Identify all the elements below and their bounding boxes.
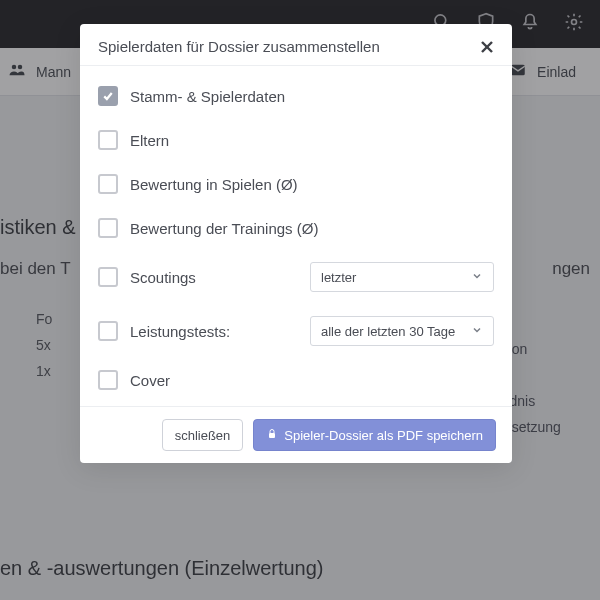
checkbox[interactable]	[98, 218, 118, 238]
option-row: Eltern	[98, 118, 494, 162]
checkbox[interactable]	[98, 370, 118, 390]
modal-footer: schließen Spieler-Dossier als PDF speich…	[80, 406, 512, 463]
option-row: Leistungstests:alle der letzten 30 Tage	[98, 304, 494, 358]
option-row: Bewertung in Spielen (Ø)	[98, 162, 494, 206]
checkbox[interactable]	[98, 86, 118, 106]
svg-rect-8	[269, 433, 275, 438]
checkbox[interactable]	[98, 174, 118, 194]
option-row: Stamm- & Spielerdaten	[98, 74, 494, 118]
select-value: alle der letzten 30 Tage	[321, 324, 455, 339]
option-row: Bewertung der Trainings (Ø)	[98, 206, 494, 250]
chevron-down-icon	[471, 270, 483, 285]
lock-icon	[266, 428, 278, 443]
close-icon[interactable]	[480, 40, 494, 54]
chevron-down-icon	[471, 324, 483, 339]
save-pdf-button[interactable]: Spieler-Dossier als PDF speichern	[253, 419, 496, 451]
select-value: letzter	[321, 270, 356, 285]
option-label: Scoutings	[130, 269, 196, 286]
option-label: Bewertung der Trainings (Ø)	[130, 220, 318, 237]
option-row: Scoutingsletzter	[98, 250, 494, 304]
checkbox[interactable]	[98, 130, 118, 150]
option-label: Cover	[130, 372, 170, 389]
option-label: Bewertung in Spielen (Ø)	[130, 176, 298, 193]
checkbox[interactable]	[98, 267, 118, 287]
modal-header: Spielerdaten für Dossier zusammenstellen	[80, 24, 512, 66]
close-button[interactable]: schließen	[162, 419, 244, 451]
save-pdf-label: Spieler-Dossier als PDF speichern	[284, 428, 483, 443]
option-label: Eltern	[130, 132, 169, 149]
dossier-modal: Spielerdaten für Dossier zusammenstellen…	[80, 24, 512, 463]
option-select[interactable]: alle der letzten 30 Tage	[310, 316, 494, 346]
option-label: Stamm- & Spielerdaten	[130, 88, 285, 105]
option-select[interactable]: letzter	[310, 262, 494, 292]
checkbox[interactable]	[98, 321, 118, 341]
modal-body: Stamm- & SpielerdatenElternBewertung in …	[80, 66, 512, 406]
option-label: Leistungstests:	[130, 323, 230, 340]
option-row: Cover	[98, 358, 494, 402]
modal-title: Spielerdaten für Dossier zusammenstellen	[98, 38, 380, 55]
close-button-label: schließen	[175, 428, 231, 443]
